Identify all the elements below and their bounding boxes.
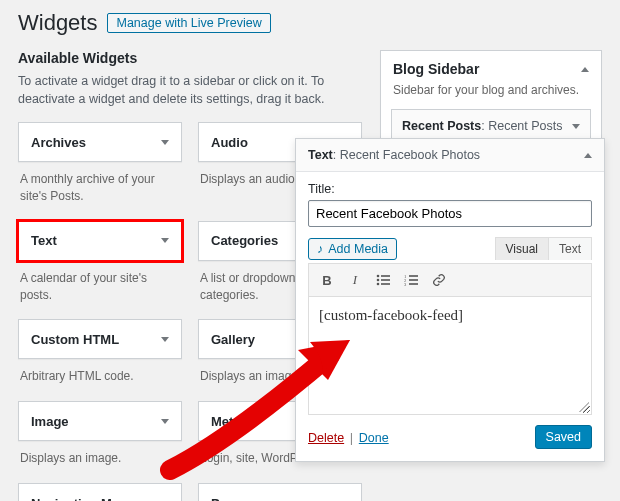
delete-link[interactable]: Delete (308, 431, 344, 445)
widget-desc: Displays an image. (18, 441, 182, 481)
svg-point-0 (377, 275, 380, 278)
widget-label: Pages (211, 496, 249, 501)
chevron-down-icon (161, 140, 169, 145)
widget-navigation-menu[interactable]: Navigation Menu (18, 483, 182, 501)
content-editor[interactable]: [custom-facebook-feed] (308, 297, 592, 415)
chevron-down-icon (161, 419, 169, 424)
widget-text[interactable]: Text (18, 221, 182, 261)
title-input[interactable] (308, 200, 592, 227)
widget-desc: Arbitrary HTML code. (18, 359, 182, 399)
bullet-list-icon (376, 274, 390, 286)
widget-label: Image (31, 414, 69, 429)
italic-button[interactable]: I (343, 269, 367, 291)
music-note-icon: ♪ (317, 242, 323, 256)
live-preview-button[interactable]: Manage with Live Preview (107, 13, 270, 33)
placed-widget-title: Recent Posts (488, 119, 562, 133)
svg-rect-7 (409, 275, 418, 277)
rte-toolbar: B I 123 (308, 263, 592, 297)
area-title: Blog Sidebar (393, 61, 479, 77)
bold-button[interactable]: B (315, 269, 339, 291)
widget-image[interactable]: Image (18, 401, 182, 441)
widget-editor-panel: Text: Recent Facebook Photos Title: ♪ Ad… (295, 138, 605, 462)
svg-rect-1 (381, 275, 390, 277)
widget-label: Categories (211, 233, 278, 248)
widget-custom-html[interactable]: Custom HTML (18, 319, 182, 359)
widget-label: Meta (211, 414, 241, 429)
link-icon (432, 273, 446, 287)
editor-header[interactable]: Text: Recent Facebook Photos (296, 139, 604, 172)
chevron-down-icon (161, 238, 169, 243)
svg-point-2 (377, 279, 380, 282)
editor-widget-type: Text (308, 148, 333, 162)
widget-label: Text (31, 233, 57, 248)
available-widgets-desc: To activate a widget drag it to a sideba… (18, 72, 362, 108)
numbered-list-button[interactable]: 123 (399, 269, 423, 291)
tab-visual[interactable]: Visual (495, 237, 549, 260)
widget-label: Custom HTML (31, 332, 119, 347)
saved-button[interactable]: Saved (535, 425, 592, 449)
numbered-list-icon: 123 (404, 274, 418, 286)
available-widgets-heading: Available Widgets (18, 50, 362, 66)
content-text: [custom-facebook-feed] (319, 307, 463, 323)
link-button[interactable] (427, 269, 451, 291)
title-label: Title: (308, 182, 592, 196)
editor-footer: Delete | Done Saved (308, 415, 592, 451)
bullet-list-button[interactable] (371, 269, 395, 291)
widget-archives[interactable]: Archives (18, 122, 182, 162)
svg-rect-5 (381, 283, 390, 285)
svg-rect-3 (381, 279, 390, 281)
chevron-down-icon (161, 337, 169, 342)
area-header[interactable]: Blog Sidebar (381, 51, 601, 83)
widget-label: Gallery (211, 332, 255, 347)
widget-desc: A calendar of your site's posts. (18, 261, 182, 318)
resize-handle[interactable] (579, 402, 589, 412)
widget-pages[interactable]: Pages (198, 483, 362, 501)
tab-text[interactable]: Text (549, 237, 592, 260)
widget-desc: A monthly archive of your site's Posts. (18, 162, 182, 219)
editor-widget-title: Recent Facebook Photos (340, 148, 480, 162)
svg-rect-9 (409, 279, 418, 281)
add-media-button[interactable]: ♪ Add Media (308, 238, 397, 260)
add-media-label: Add Media (328, 242, 388, 256)
widget-label: Navigation Menu (31, 496, 135, 501)
chevron-up-icon (584, 153, 592, 158)
widget-label: Audio (211, 135, 248, 150)
done-link[interactable]: Done (359, 431, 389, 445)
widget-label: Archives (31, 135, 86, 150)
svg-rect-11 (409, 283, 418, 285)
chevron-up-icon (581, 67, 589, 72)
separator: | (348, 430, 355, 445)
chevron-down-icon (572, 124, 580, 129)
svg-point-4 (377, 283, 380, 286)
page-title: Widgets (18, 10, 97, 36)
page-header: Widgets Manage with Live Preview (18, 10, 602, 50)
svg-text:3: 3 (404, 282, 407, 286)
placed-widget-type: Recent Posts (402, 119, 481, 133)
area-desc: Sidebar for your blog and archives. (381, 83, 601, 109)
editor-tabs: Visual Text (495, 237, 592, 260)
